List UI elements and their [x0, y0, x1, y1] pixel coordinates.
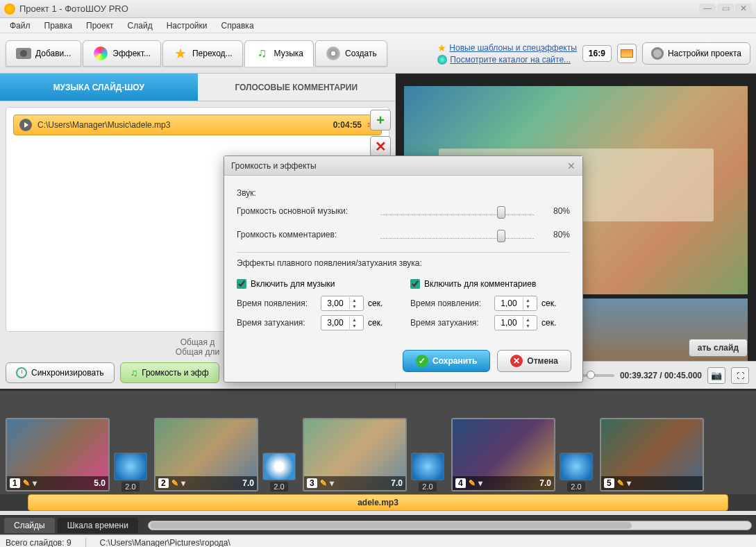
spinner-fadein-comment[interactable]: ▲▼ — [494, 296, 537, 311]
menu-file[interactable]: Файл — [4, 19, 36, 32]
subtab-music[interactable]: МУЗЫКА СЛАЙД-ШОУ — [0, 74, 198, 101]
edit-slide-button[interactable]: ать слайд — [689, 339, 748, 357]
window-title: Проект 1 - ФотоШОУ PRO — [19, 3, 698, 14]
scrubber-handle[interactable] — [587, 371, 595, 379]
spinner-fadeout-music[interactable]: ▲▼ — [321, 315, 364, 330]
menu-settings[interactable]: Настройки — [161, 19, 213, 32]
add-track-button[interactable]: + — [370, 110, 391, 131]
chevron-down-icon[interactable]: ▾ — [33, 478, 37, 488]
scrollbar-handle[interactable] — [150, 522, 632, 529]
menu-help[interactable]: Справка — [215, 19, 259, 32]
dialog-save-button[interactable]: ✓Сохранить — [403, 350, 490, 372]
chevron-down-icon[interactable]: ▾ — [478, 478, 482, 488]
menu-slide[interactable]: Слайд — [122, 19, 158, 32]
link-catalog[interactable]: Посмотрите каталог на сайте... — [450, 55, 571, 65]
maximize-button[interactable]: ▭ — [717, 3, 734, 15]
music-track[interactable]: C:\Users\Manager\Music\adele.mp3 0:04:55… — [13, 115, 382, 135]
input-fadein-music[interactable] — [321, 298, 349, 308]
spinner-fadeout-comment[interactable]: ▲▼ — [494, 315, 537, 330]
volume-fx-button[interactable]: ♫Громкость и эфф — [120, 362, 219, 383]
disc-icon — [326, 46, 341, 61]
pencil-icon[interactable]: ✎ — [320, 478, 327, 488]
tab-create[interactable]: Создать — [315, 40, 387, 67]
pencil-icon[interactable]: ✎ — [171, 478, 178, 488]
remove-track-button[interactable]: ✕ — [370, 136, 391, 157]
input-fadeout-music[interactable] — [321, 318, 349, 328]
bottom-tab-slides[interactable]: Слайды — [4, 518, 55, 533]
checkbox-enable-music[interactable] — [237, 279, 246, 289]
dialog-cancel-button[interactable]: ✕Отмена — [497, 350, 571, 372]
slide-thumb[interactable]: 1✎▾5.0 — [6, 418, 110, 491]
slider-handle[interactable] — [497, 206, 505, 219]
tab-add-label: Добави... — [35, 49, 71, 58]
spinner-down-icon[interactable]: ▼ — [523, 303, 532, 310]
chevron-down-icon[interactable]: ▾ — [627, 478, 631, 488]
slide-number: 4 — [455, 478, 466, 488]
toolbar: Добави... Эффект... ★Переход... ♫Музыка … — [0, 33, 756, 74]
chevron-down-icon[interactable]: ▾ — [181, 478, 185, 488]
slide-duration: 5.0 — [94, 478, 106, 488]
menu-edit[interactable]: Правка — [39, 19, 78, 32]
fullscreen-icon: ⛶ — [737, 371, 744, 380]
pencil-icon[interactable]: ✎ — [617, 478, 624, 488]
music-note-icon: ♫ — [131, 367, 138, 378]
spinner-down-icon[interactable]: ▼ — [523, 323, 532, 329]
timeline-music-track[interactable]: adele.mp3 — [28, 494, 728, 511]
tab-music[interactable]: ♫Музыка — [244, 40, 314, 67]
slide-thumb[interactable]: 2✎▾7.0 — [154, 418, 258, 491]
dialog-save-label: Сохранить — [432, 356, 477, 366]
minimize-button[interactable]: — — [699, 3, 716, 15]
spinner-up-icon[interactable]: ▲ — [523, 317, 532, 323]
transition-thumb[interactable] — [114, 453, 147, 480]
pencil-icon[interactable]: ✎ — [469, 478, 476, 488]
input-fadein-comment[interactable] — [495, 298, 523, 308]
unit-sec: сек. — [541, 298, 556, 308]
fullscreen-button[interactable]: ⛶ — [731, 367, 749, 384]
horizontal-scrollbar[interactable] — [148, 521, 752, 530]
slider-volume-music[interactable] — [380, 205, 534, 217]
spinner-up-icon[interactable]: ▲ — [523, 297, 532, 303]
label-fadein-music: Время появления: — [237, 298, 317, 308]
status-separator — [85, 538, 86, 548]
aspect-ratio-button[interactable]: 16:9 — [582, 45, 612, 62]
link-new-templates[interactable]: Новые шаблоны и спецэффекты — [449, 43, 577, 53]
slide-thumb[interactable]: 3✎▾7.0 — [303, 418, 407, 491]
transition-thumb[interactable] — [560, 453, 593, 480]
dialog-close-button[interactable]: ✕ — [567, 160, 576, 171]
slider-handle[interactable] — [497, 230, 505, 242]
transition-duration: 2.0 — [567, 482, 585, 491]
spinner-fadein-music[interactable]: ▲▼ — [321, 296, 364, 311]
snapshot-button[interactable]: 📷 — [707, 367, 725, 384]
subtab-voice[interactable]: ГОЛОСОВЫЕ КОММЕНТАРИИ — [198, 74, 396, 101]
project-settings-button[interactable]: Настройки проекта — [642, 42, 750, 65]
slide-thumb[interactable]: 4✎▾7.0 — [451, 418, 555, 491]
tab-effects[interactable]: Эффект... — [83, 40, 161, 67]
spinner-up-icon[interactable]: ▲ — [350, 317, 359, 323]
spinner-down-icon[interactable]: ▼ — [350, 323, 359, 329]
close-button[interactable]: ✕ — [735, 3, 752, 15]
spinner-up-icon[interactable]: ▲ — [350, 297, 359, 303]
tab-create-label: Создать — [345, 49, 377, 58]
slider-volume-comment[interactable] — [380, 228, 534, 241]
dialog-titlebar: Громкость и эффекты ✕ — [224, 156, 582, 176]
cancel-icon: ✕ — [510, 355, 523, 367]
wallpaper-button[interactable] — [617, 44, 637, 63]
transition-thumb[interactable] — [262, 453, 296, 480]
dialog-cancel-label: Отмена — [527, 356, 558, 366]
bottom-tab-timeline[interactable]: Шкала времени — [58, 518, 138, 533]
track-duration: 0:04:55 — [333, 120, 362, 130]
tab-transitions-label: Переход... — [192, 49, 233, 58]
checkbox-enable-comment[interactable] — [410, 279, 420, 289]
spinner-down-icon[interactable]: ▼ — [350, 303, 359, 310]
chevron-down-icon[interactable]: ▾ — [330, 478, 334, 488]
menu-project[interactable]: Проект — [81, 19, 119, 32]
tab-add[interactable]: Добави... — [6, 40, 81, 67]
tab-transitions[interactable]: ★Переход... — [162, 40, 243, 67]
pencil-icon[interactable]: ✎ — [23, 478, 30, 488]
sync-button[interactable]: Синхронизировать — [6, 362, 115, 383]
transition-thumb[interactable] — [411, 453, 444, 480]
slide-thumb[interactable]: 5✎▾ — [600, 418, 704, 491]
play-icon[interactable] — [19, 119, 32, 131]
value-volume-music: 80% — [542, 206, 570, 216]
input-fadeout-comment[interactable] — [495, 318, 523, 328]
